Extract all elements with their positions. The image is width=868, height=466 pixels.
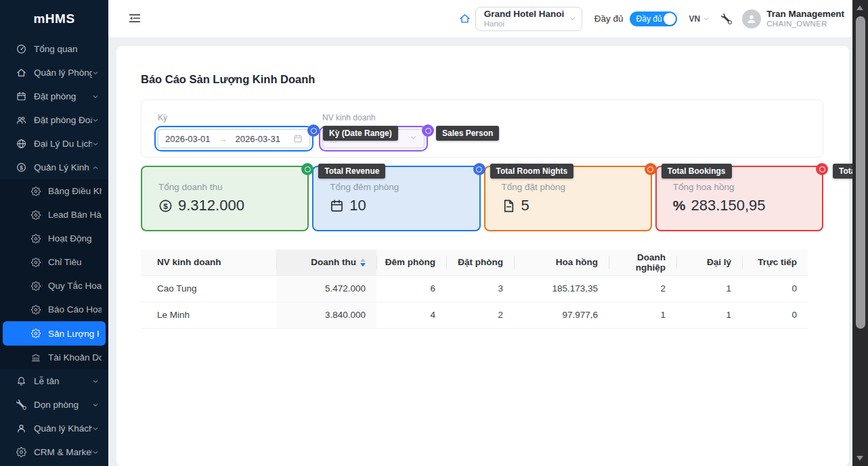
scrollbar-up-arrow-icon[interactable] bbox=[856, 5, 863, 10]
col-header-commission: Hoa hồng bbox=[514, 250, 609, 275]
annotation-tooltip-total-bookings: Total Bookings bbox=[661, 164, 732, 179]
sidebar-item-lead-ban-hang[interactable]: Lead Bán Hàng bbox=[0, 203, 108, 227]
sidebar-item-tong-quan[interactable]: Tổng quan bbox=[0, 37, 108, 61]
user-info[interactable]: Tran Management CHAIN_OWNER bbox=[766, 9, 844, 29]
annotation-badge-date-range bbox=[307, 124, 320, 137]
col-header-agency: Đại lý bbox=[676, 250, 742, 275]
sidebar-submenu-kinh-doanh: Bảng Điều Khiển Lead Bán Hàng Hoạt Động … bbox=[0, 179, 108, 369]
mode-switch[interactable]: Đầy đủ bbox=[630, 11, 677, 26]
settings-wrench-icon[interactable] bbox=[721, 14, 732, 24]
cell-corporate: 1 bbox=[609, 302, 676, 328]
sidebar-item-tai-khoan-doanh-nghiep[interactable]: Tài Khoản Doa... bbox=[0, 346, 108, 369]
chevron-down-icon bbox=[92, 93, 99, 100]
stat-value: 9.312.000 bbox=[178, 197, 244, 214]
stat-label: Tổng đêm phòng bbox=[330, 182, 479, 192]
date-to-value[interactable]: 2026-03-31 bbox=[236, 134, 281, 144]
dollar-circle-icon bbox=[158, 199, 173, 213]
scrollbar-down-arrow-icon[interactable] bbox=[856, 456, 863, 461]
sidebar-item-le-tan[interactable]: Lễ tân bbox=[0, 369, 108, 393]
sidebar-item-quan-ly-khach[interactable]: Quản lý Khách ... bbox=[0, 417, 108, 440]
chevron-down-icon bbox=[92, 449, 99, 456]
hotel-city: Hanoi bbox=[484, 20, 569, 28]
chevron-down-icon bbox=[569, 15, 576, 22]
gear-icon bbox=[31, 281, 41, 291]
sidebar-item-quan-ly-kinh-doanh[interactable]: Quản Lý Kinh D... bbox=[0, 156, 108, 179]
cell-sales-person: Cao Tung bbox=[141, 275, 276, 302]
hotel-selector[interactable]: Grand Hotel Hanoi Hanoi bbox=[475, 7, 582, 31]
app-logo: mHMS bbox=[0, 0, 108, 37]
cell-direct: 0 bbox=[742, 302, 808, 328]
gear-icon bbox=[31, 329, 41, 339]
stat-card-total-revenue: Tổng doanh thu 9.312.000 Total Revenue bbox=[141, 166, 309, 231]
mode-switch-label: Đầy đủ bbox=[636, 14, 662, 24]
sidebar-item-bao-cao-hoa-hong[interactable]: Báo Cáo Hoa ... bbox=[0, 298, 108, 321]
arrow-right-icon: → bbox=[219, 134, 227, 144]
col-header-revenue-sortable[interactable]: Doanh thu bbox=[276, 250, 376, 275]
sidebar-item-bang-dieu-khien[interactable]: Bảng Điều Khiển bbox=[0, 179, 108, 203]
date-from-value[interactable]: 2026-03-01 bbox=[165, 134, 211, 144]
content-area: Báo Cáo Sản Lượng Kinh Doanh Kỳ 2026-03-… bbox=[108, 37, 852, 466]
mode-label: Đầy đủ bbox=[594, 14, 624, 24]
home-icon[interactable] bbox=[459, 13, 471, 24]
menu-fold-icon[interactable] bbox=[129, 12, 141, 24]
date-range-picker[interactable]: 2026-03-01 → 2026-03-31 bbox=[158, 129, 310, 148]
stat-label: Tổng đặt phòng bbox=[502, 182, 651, 192]
percent-icon: % bbox=[673, 197, 686, 214]
chevron-down-icon bbox=[703, 16, 710, 22]
gear-icon bbox=[31, 257, 41, 267]
home-icon bbox=[16, 68, 27, 78]
cell-agency: 1 bbox=[676, 275, 742, 302]
sidebar-item-don-phong[interactable]: Dọn phòng bbox=[0, 393, 108, 417]
chevron-down-icon bbox=[92, 378, 99, 385]
stat-value-row: 5 bbox=[502, 197, 651, 214]
stat-value: 283.150,95 bbox=[691, 197, 765, 214]
sidebar: mHMS Tổng quan Quản lý Phòng Đặt phòng Đ… bbox=[0, 0, 108, 466]
language-selector[interactable]: VN bbox=[689, 14, 701, 24]
col-header-sales-person: NV kinh doanh bbox=[141, 250, 276, 275]
sidebar-item-hoat-dong[interactable]: Hoạt Động bbox=[0, 227, 108, 250]
sidebar-item-quan-ly-phong[interactable]: Quản lý Phòng bbox=[0, 61, 108, 85]
header-actions: Grand Hotel Hanoi Hanoi Đầy đủ Đầy đủ VN… bbox=[459, 0, 844, 37]
top-header: Grand Hotel Hanoi Hanoi Đầy đủ Đầy đủ VN… bbox=[108, 0, 868, 37]
date-range-annotation: 2026-03-01 → 2026-03-31 Kỳ (Date Range) bbox=[154, 126, 313, 152]
period-label: Kỳ bbox=[158, 113, 313, 122]
vertical-scrollbar[interactable] bbox=[852, 0, 868, 466]
bank-icon bbox=[31, 352, 41, 363]
calendar-icon bbox=[330, 199, 344, 213]
user-name: Tran Management bbox=[766, 9, 844, 20]
dashboard-icon bbox=[16, 44, 27, 55]
filter-panel: Kỳ 2026-03-01 → 2026-03-31 Kỳ (Date Rang… bbox=[141, 99, 823, 158]
switch-knob bbox=[664, 13, 676, 25]
annotation-badge-total-bookings bbox=[645, 163, 657, 175]
sidebar-item-quy-tac-hoa-hong[interactable]: Quy Tắc Hoa H... bbox=[0, 274, 108, 298]
user-avatar[interactable] bbox=[742, 9, 761, 28]
stats-row: Tổng doanh thu 9.312.000 Total Revenue T… bbox=[141, 166, 823, 231]
table-row: Le Minh 3.840.000 4 2 97.977,6 1 1 0 bbox=[141, 302, 808, 328]
stat-value-row: 9.312.000 bbox=[158, 197, 307, 214]
gear-icon bbox=[16, 447, 27, 458]
cell-revenue: 5.472.000 bbox=[276, 275, 376, 302]
cell-agency: 1 bbox=[676, 302, 742, 328]
annotation-tooltip-total-room-nights: Total Room Nights bbox=[490, 164, 574, 179]
sidebar-item-dai-ly-du-lich[interactable]: Đại Lý Du Lịch bbox=[0, 132, 108, 156]
annotation-tooltip-sales-person: Sales Person bbox=[436, 126, 499, 141]
gear-icon bbox=[31, 304, 41, 314]
cell-bookings: 3 bbox=[446, 275, 514, 302]
page-title: Báo Cáo Sản Lượng Kinh Doanh bbox=[141, 73, 823, 86]
cell-revenue: 3.840.000 bbox=[276, 302, 376, 328]
chevron-down-icon bbox=[92, 117, 99, 124]
team-icon bbox=[16, 115, 27, 126]
scrollbar-thumb[interactable] bbox=[856, 16, 865, 329]
stat-value: 5 bbox=[521, 197, 529, 214]
sidebar-item-chi-tieu[interactable]: Chỉ Tiêu bbox=[0, 250, 108, 274]
user-role: CHAIN_OWNER bbox=[766, 20, 844, 29]
sidebar-item-dat-phong[interactable]: Đặt phòng bbox=[0, 85, 108, 108]
gear-icon bbox=[31, 186, 41, 196]
cell-corporate: 2 bbox=[609, 275, 676, 302]
sales-report-table: NV kinh doanh Doanh thu Đêm phòng Đặt ph… bbox=[141, 250, 808, 329]
sidebar-item-san-luong-kinh-doanh-selected[interactable]: Sản Lượng Kin... bbox=[3, 321, 106, 346]
sidebar-item-dat-phong-doan[interactable]: Đặt phòng Đoàn bbox=[0, 108, 108, 132]
stat-value-row: % 283.150,95 bbox=[673, 197, 822, 214]
chevron-down-icon bbox=[410, 134, 417, 141]
sidebar-item-crm-marketing[interactable]: CRM & Marketi... bbox=[0, 440, 108, 464]
